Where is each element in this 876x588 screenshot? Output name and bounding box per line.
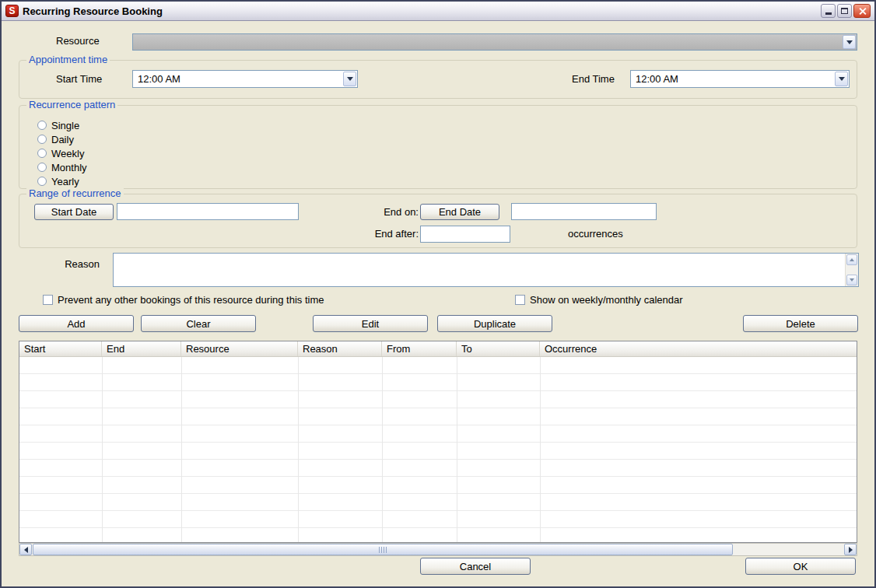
end-date-input[interactable] <box>511 203 657 220</box>
resource-dropdown[interactable] <box>132 33 857 51</box>
scroll-right-button[interactable] <box>844 544 857 555</box>
cancel-button[interactable]: Cancel <box>420 558 531 575</box>
edit-button[interactable]: Edit <box>313 315 428 332</box>
radio-option-weekly[interactable]: Weekly <box>37 147 84 159</box>
horizontal-scrollbar[interactable] <box>19 543 857 556</box>
grid-line <box>382 357 383 542</box>
recurrence-pattern-group: Recurrence pattern <box>19 105 857 189</box>
radio-label: Weekly <box>51 148 84 159</box>
range-of-recurrence-legend: Range of recurrence <box>26 187 124 199</box>
arrow-left-icon <box>24 547 28 553</box>
grid-line <box>457 357 457 542</box>
radio-option-yearly[interactable]: Yearly <box>37 175 79 187</box>
resource-dropdown-button[interactable] <box>843 35 856 49</box>
radio-label: Monthly <box>51 162 87 173</box>
radio-icon <box>37 121 47 130</box>
start-time-value: 12:00 AM <box>138 73 180 85</box>
start-date-input[interactable] <box>117 203 299 220</box>
radio-label: Daily <box>51 134 74 145</box>
close-button[interactable] <box>853 4 871 18</box>
maximize-button[interactable] <box>837 4 852 18</box>
arrow-up-icon <box>850 258 854 261</box>
maximize-icon <box>841 8 848 14</box>
window-title: Recurring Resource Booking <box>23 5 163 17</box>
start-time-dropdown-button[interactable] <box>343 72 356 86</box>
chevron-down-icon <box>839 77 845 81</box>
grid-line <box>181 357 182 542</box>
appointment-time-legend: Appointment time <box>26 54 110 65</box>
ok-button[interactable]: OK <box>745 558 856 575</box>
table-body <box>19 357 857 542</box>
grid-line <box>298 357 299 542</box>
show-calendar-checkbox[interactable]: Show on weekly/monthly calendar <box>515 294 683 306</box>
scroll-up-button[interactable] <box>846 254 857 265</box>
column-header-from[interactable]: From <box>382 341 457 356</box>
clear-button[interactable]: Clear <box>141 315 256 332</box>
resource-label: Resource <box>56 35 100 47</box>
reason-textarea[interactable] <box>113 253 859 287</box>
column-header-reason[interactable]: Reason <box>298 341 382 356</box>
end-after-input[interactable] <box>420 226 510 243</box>
reason-label: Reason <box>54 258 100 270</box>
radio-label: Single <box>51 120 79 131</box>
column-header-end[interactable]: End <box>102 341 181 356</box>
title-bar[interactable]: S Recurring Resource Booking <box>2 2 874 21</box>
dialog-window: S Recurring Resource Booking Resource Ap… <box>0 0 876 588</box>
scroll-left-button[interactable] <box>19 544 32 555</box>
radio-option-daily[interactable]: Daily <box>37 133 74 145</box>
occurrences-label: occurrences <box>568 228 623 240</box>
checkbox-label: Prevent any other bookings of this resou… <box>58 294 324 306</box>
scroll-down-button[interactable] <box>846 275 857 285</box>
delete-button[interactable]: Delete <box>743 315 858 332</box>
end-time-dropdown-button[interactable] <box>835 72 848 86</box>
grid-line <box>102 357 103 542</box>
checkbox-icon <box>515 295 525 305</box>
column-header-resource[interactable]: Resource <box>181 341 298 356</box>
add-button[interactable]: Add <box>19 315 134 332</box>
checkbox-icon <box>43 295 53 305</box>
radio-icon <box>37 163 47 172</box>
end-after-label: End after: <box>367 228 419 240</box>
grid-line <box>540 357 541 542</box>
radio-label: Yearly <box>51 176 79 187</box>
end-time-dropdown[interactable]: 12:00 AM <box>630 70 850 88</box>
radio-icon <box>37 177 47 186</box>
reason-value <box>117 255 843 285</box>
table-header: Start End Resource Reason From To Occurr… <box>19 341 857 357</box>
arrow-right-icon <box>849 547 853 553</box>
radio-option-monthly[interactable]: Monthly <box>37 161 87 173</box>
grip-icon <box>379 547 387 553</box>
chevron-down-icon <box>347 77 353 81</box>
arrow-down-icon <box>850 278 854 282</box>
checkbox-label: Show on weekly/monthly calendar <box>530 294 683 306</box>
duplicate-button[interactable]: Duplicate <box>437 315 552 332</box>
window-controls <box>821 4 871 18</box>
reason-scrollbar[interactable] <box>845 254 858 286</box>
radio-icon <box>37 149 47 158</box>
scrollbar-thumb[interactable] <box>33 544 733 555</box>
column-header-start[interactable]: Start <box>19 341 102 356</box>
end-on-label: End on: <box>375 206 419 218</box>
minimize-icon <box>825 12 832 15</box>
column-header-to[interactable]: To <box>457 341 540 356</box>
minimize-button[interactable] <box>821 4 836 18</box>
end-date-button[interactable]: End Date <box>420 204 499 220</box>
start-time-dropdown[interactable]: 12:00 AM <box>132 70 358 88</box>
bookings-table[interactable]: Start End Resource Reason From To Occurr… <box>19 341 857 543</box>
end-time-label: End Time <box>572 73 615 85</box>
column-header-occurrence[interactable]: Occurrence <box>540 341 857 356</box>
recurrence-pattern-legend: Recurrence pattern <box>26 99 117 110</box>
start-time-label: Start Time <box>56 73 102 85</box>
end-time-value: 12:00 AM <box>636 73 678 85</box>
chevron-down-icon <box>846 40 853 44</box>
app-icon: S <box>5 5 19 17</box>
prevent-bookings-checkbox[interactable]: Prevent any other bookings of this resou… <box>43 294 324 306</box>
radio-option-single[interactable]: Single <box>37 119 79 131</box>
app-icon-letter: S <box>9 5 15 16</box>
radio-icon <box>37 135 47 144</box>
start-date-button[interactable]: Start Date <box>34 204 114 220</box>
close-icon <box>858 7 867 16</box>
